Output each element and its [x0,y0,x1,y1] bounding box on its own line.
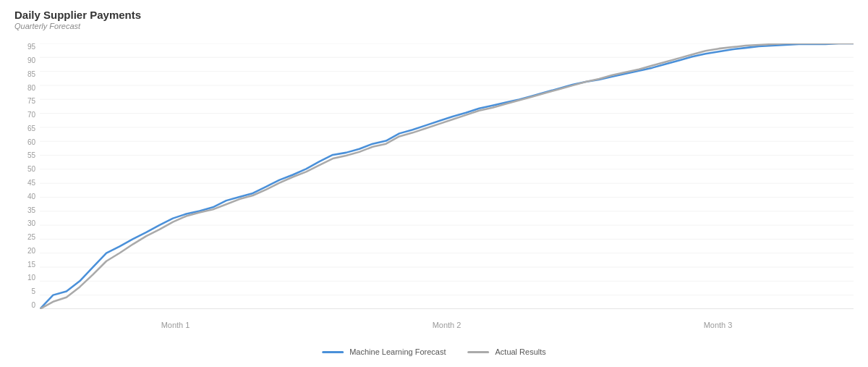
legend-swatch-forecast [322,351,344,353]
x-axis: Month 1 Month 2 Month 3 [40,321,854,329]
forecast-line [40,43,854,309]
x-label-month2: Month 2 [311,321,582,329]
chart-container: Daily Supplier Payments Quarterly Foreca… [0,0,868,367]
chart-legend: Machine Learning Forecast Actual Results [322,347,546,356]
x-label-month3: Month 3 [582,321,854,329]
subtitle-text: Quarterly Forecast [14,22,141,31]
legend-label-forecast: Machine Learning Forecast [349,347,446,356]
y-axis: 0 5 10 15 20 25 30 35 40 45 50 55 60 65 … [7,43,40,309]
chart-title: Daily Supplier Payments Quarterly Foreca… [14,9,141,31]
title-text: Daily Supplier Payments [14,9,141,21]
legend-item-forecast: Machine Learning Forecast [322,347,446,356]
x-label-month1: Month 1 [40,321,311,329]
legend-label-actual: Actual Results [495,347,545,356]
chart-svg [40,43,854,309]
legend-swatch-actual [467,351,489,353]
actual-line [40,43,854,309]
legend-item-actual: Actual Results [467,347,545,356]
